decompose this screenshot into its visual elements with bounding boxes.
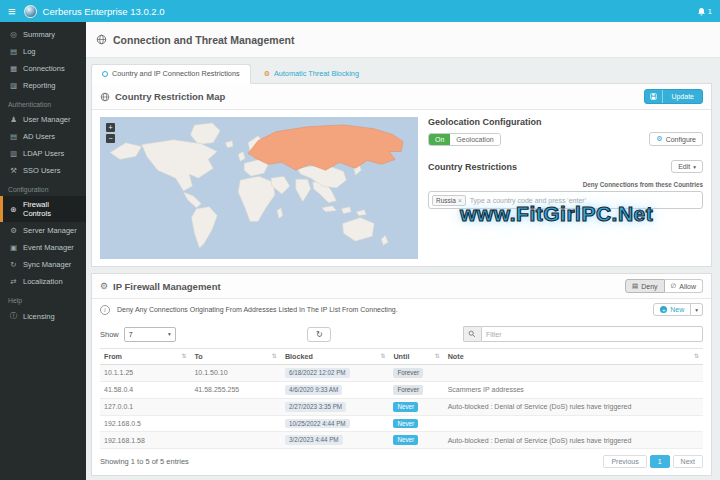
configure-button[interactable]: ⚙ Configure xyxy=(649,132,703,146)
sidebar-item-sync-manager[interactable]: ↻Sync Manager xyxy=(0,256,86,273)
cell-note: Auto-blocked : Denial of Service (DoS) r… xyxy=(444,398,703,415)
localization-icon: ⇄ xyxy=(9,277,18,286)
allow-button[interactable]: ∅ Allow xyxy=(665,279,703,293)
pagination-previous[interactable]: Previous xyxy=(603,455,646,468)
table-row[interactable]: 10.1.1.2510.1.50.106/18/2022 12:02 PMFor… xyxy=(100,365,703,382)
deny-button[interactable]: ▤ Deny xyxy=(625,279,665,293)
deny-countries-note: Deny Connections from these Countries xyxy=(428,181,703,188)
caret-down-icon: ▾ xyxy=(693,164,696,170)
sidebar-item-licensing[interactable]: ⓘLicensing xyxy=(0,307,86,325)
cell-until: Never xyxy=(389,398,443,415)
pagination-page-1[interactable]: 1 xyxy=(650,455,670,468)
update-button[interactable]: Update xyxy=(644,89,703,104)
cell-blocked: 10/25/2022 4:44 PM xyxy=(281,415,390,432)
edit-button[interactable]: Edit ▾ xyxy=(671,160,703,173)
pagination-next[interactable]: Next xyxy=(673,455,703,468)
tab-label: Country and IP Connection Restrictions xyxy=(112,69,240,78)
sidebar-item-log[interactable]: ▤Log xyxy=(0,43,86,60)
sidebar-item-localization[interactable]: ⇄Localization xyxy=(0,273,86,290)
sidebar-item-connections[interactable]: ▦Connections xyxy=(0,60,86,77)
search-icon xyxy=(468,330,476,338)
map-panel-title: Country Restriction Map xyxy=(115,91,225,102)
sidebar-item-user-manager[interactable]: ♟User Manager xyxy=(0,111,86,128)
new-dropdown-button[interactable]: ▾ xyxy=(691,303,703,316)
sidebar-item-summary[interactable]: ◎Summary xyxy=(0,26,86,43)
new-button-group: + New ▾ xyxy=(653,303,703,316)
world-map[interactable]: + − xyxy=(100,117,418,259)
column-header-note[interactable]: Note⇅ xyxy=(444,349,703,365)
gear-icon: ⚙ xyxy=(100,281,108,291)
ldap-users-icon: ▥ xyxy=(9,149,18,158)
configure-button-label: Configure xyxy=(666,136,696,143)
sidebar-item-label: Licensing xyxy=(23,312,55,321)
event-manager-icon: ▣ xyxy=(9,243,18,252)
info-icon: i xyxy=(100,305,110,315)
blocked-date-badge: 6/18/2022 12:02 PM xyxy=(285,368,350,378)
sync-manager-icon: ↻ xyxy=(9,260,18,269)
caret-down-icon: ▾ xyxy=(168,331,171,337)
allow-button-label: Allow xyxy=(679,283,696,290)
table-row[interactable]: 127.0.0.12/27/2023 3:35 PMNeverAuto-bloc… xyxy=(100,398,703,415)
notifications-button[interactable]: 1 xyxy=(697,7,712,16)
tab-bar: Country and IP Connection Restrictions ⚙… xyxy=(91,64,712,83)
tab-country-ip-restrictions[interactable]: Country and IP Connection Restrictions xyxy=(91,64,251,84)
sidebar-item-ad-users[interactable]: ▤AD Users xyxy=(0,128,86,145)
table-row[interactable]: 192.168.1.583/2/2023 4:44 PMNeverAuto-bl… xyxy=(100,432,703,449)
sidebar-item-event-manager[interactable]: ▣Event Manager xyxy=(0,239,86,256)
geolocation-toggle[interactable]: On Geolocation xyxy=(428,133,501,146)
map-zoom-in-button[interactable]: + xyxy=(106,123,115,132)
app-title: Cerberus Enterprise 13.0.2.0 xyxy=(43,6,165,17)
cell-blocked: 2/27/2023 3:35 PM xyxy=(281,398,390,415)
app-logo-icon xyxy=(24,5,37,18)
column-header-until[interactable]: Until⇅ xyxy=(389,349,443,365)
firewall-table-body: 10.1.1.2510.1.50.106/18/2022 12:02 PMFor… xyxy=(100,365,703,449)
sidebar-item-firewall-controls[interactable]: ⊛Firewall Controls xyxy=(0,196,86,222)
tab-automatic-threat-blocking[interactable]: ⚙ Automatic Threat Blocking xyxy=(253,64,370,84)
cell-until: Never xyxy=(389,415,443,432)
sidebar-item-server-manager[interactable]: ⚙Server Manager xyxy=(0,222,86,239)
refresh-button[interactable]: ↻ xyxy=(307,327,331,342)
server-manager-icon: ⚙ xyxy=(9,226,18,235)
new-button[interactable]: + New xyxy=(653,303,691,316)
cell-from: 10.1.1.25 xyxy=(100,365,190,382)
page-size-select[interactable]: 7 ▾ xyxy=(124,327,176,342)
blocked-date-badge: 10/25/2022 4:44 PM xyxy=(285,419,350,429)
tab-label: Automatic Threat Blocking xyxy=(274,69,359,78)
hamburger-menu-icon[interactable]: ≡ xyxy=(8,5,16,18)
plus-circle-icon: + xyxy=(660,306,667,313)
country-tag-label: Russia xyxy=(436,197,456,204)
deny-allow-group: ▤ Deny ∅ Allow xyxy=(625,279,703,293)
column-header-blocked[interactable]: Blocked⇅ xyxy=(281,349,390,365)
globe-icon xyxy=(96,34,107,45)
ip-firewall-panel: ⚙ IP Firewall Management ▤ Deny ∅ Allow … xyxy=(91,273,712,476)
sidebar-item-label: LDAP Users xyxy=(23,149,64,158)
sidebar-item-ldap-users[interactable]: ▥LDAP Users xyxy=(0,145,86,162)
column-header-to[interactable]: To⇅ xyxy=(190,349,280,365)
firewall-panel-title: IP Firewall Management xyxy=(113,281,221,292)
firewall-info-text: Deny Any Connections Originating From Ad… xyxy=(117,306,398,313)
globe-icon xyxy=(100,92,110,102)
cell-to xyxy=(190,398,280,415)
sidebar-item-label: Sync Manager xyxy=(23,260,71,269)
country-restrictions-heading: Country Restrictions xyxy=(428,162,517,172)
notification-count: 1 xyxy=(708,7,712,16)
table-controls-row: Show 7 ▾ ↻ xyxy=(92,321,711,348)
firewall-controls-icon: ⊛ xyxy=(9,205,18,214)
cell-from: 192.168.1.58 xyxy=(100,432,190,449)
save-icon xyxy=(645,90,663,103)
cell-until: Never xyxy=(389,432,443,449)
filter-input[interactable] xyxy=(481,326,703,342)
toggle-label: Geolocation xyxy=(450,134,499,145)
gear-icon: ⚙ xyxy=(656,135,662,143)
deny-button-label: Deny xyxy=(641,283,657,290)
table-row[interactable]: 192.168.0.510/25/2022 4:44 PMNever xyxy=(100,415,703,432)
sidebar-item-reporting[interactable]: ▨Reporting xyxy=(0,77,86,94)
map-zoom-out-button[interactable]: − xyxy=(106,134,115,143)
firewall-panel-header: ⚙ IP Firewall Management ▤ Deny ∅ Allow xyxy=(92,274,711,299)
ban-icon: ∅ xyxy=(671,282,677,290)
summary-icon: ◎ xyxy=(9,30,18,39)
sidebar-item-sso-users[interactable]: ⚒SSO Users xyxy=(0,162,86,179)
table-row[interactable]: 41.58.0.441.58.255.2554/6/2020 9:33 AMFo… xyxy=(100,381,703,398)
update-button-label: Update xyxy=(663,90,702,103)
column-header-from[interactable]: From⇅ xyxy=(100,349,190,365)
